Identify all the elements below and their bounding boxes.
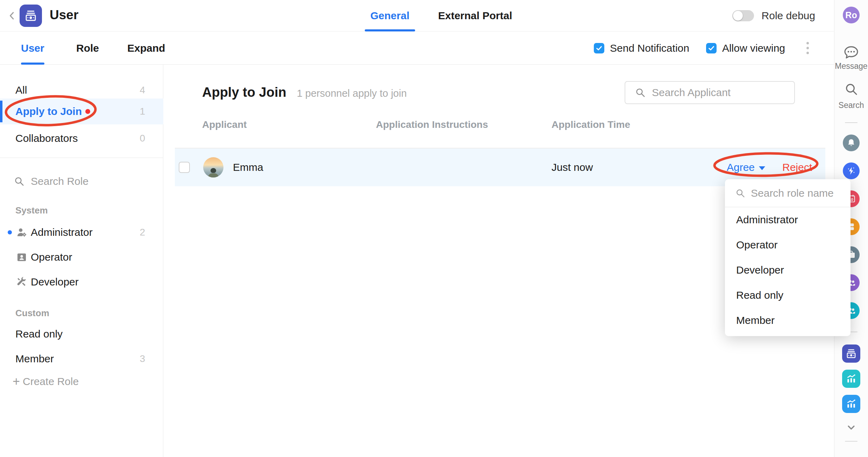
section-subtitle: 1 personnel apply to join xyxy=(297,88,407,99)
tab-role[interactable]: Role xyxy=(76,31,99,65)
page-title: User xyxy=(50,8,78,22)
dropdown-option-administrator[interactable]: Administrator xyxy=(725,207,851,232)
role-label: Member xyxy=(15,353,54,365)
more-options-button[interactable] xyxy=(801,38,814,59)
search-label: Search xyxy=(839,101,864,110)
sidebar-role-read-only[interactable]: Read only xyxy=(0,321,163,347)
sidebar-item-label: Collaborators xyxy=(15,132,78,144)
money-icon xyxy=(845,347,858,360)
bar-chart-icon xyxy=(845,372,858,385)
app-header: User General External Portal Role debug xyxy=(0,0,834,31)
item-count: 2 xyxy=(140,227,145,238)
role-debug-toggle[interactable] xyxy=(732,10,754,21)
divider xyxy=(845,122,858,123)
notifications-button[interactable] xyxy=(843,135,860,151)
toolbar-options: Send Notification Allow viewing xyxy=(594,31,814,65)
search-icon xyxy=(735,188,745,198)
flash-sparkles-icon xyxy=(846,166,856,176)
chart-teal-app-shortcut[interactable] xyxy=(842,370,860,388)
divider xyxy=(0,158,163,158)
reject-label: Reject xyxy=(782,161,812,173)
sidebar-role-operator[interactable]: Operator xyxy=(0,245,163,270)
unread-blue-dot xyxy=(8,230,12,234)
tab-expand[interactable]: Expand xyxy=(127,31,165,65)
app-screen: User General External Portal Role debug … xyxy=(0,0,868,457)
toggle-knob xyxy=(733,11,743,21)
send-notification-label: Send Notification xyxy=(610,42,689,54)
sidebar-role-developer[interactable]: Developer xyxy=(0,269,163,295)
agree-label: Agree xyxy=(727,161,755,173)
item-count: 3 xyxy=(140,353,145,364)
sidebar-item-collaborators[interactable]: Collaborators 0 xyxy=(0,126,163,151)
unread-dot xyxy=(85,109,90,114)
create-role-button[interactable]: + Create Role xyxy=(13,371,79,392)
message-button[interactable] xyxy=(844,45,859,61)
sidebar-item-label: All xyxy=(15,84,27,96)
sidebar-item-apply-to-join[interactable]: Apply to Join 1 xyxy=(0,99,163,124)
role-name-search-input[interactable] xyxy=(751,187,842,199)
tab-external-portal[interactable]: External Portal xyxy=(433,0,518,31)
custom-section-heading: Custom xyxy=(15,308,49,319)
dropdown-option-operator[interactable]: Operator xyxy=(725,232,851,257)
sidebar-role-member[interactable]: Member 3 xyxy=(0,346,163,371)
chart-blue-app-shortcut[interactable] xyxy=(842,395,860,413)
cash-app-shortcut[interactable] xyxy=(842,344,860,363)
sidebar-role-administrator[interactable]: Administrator 2 xyxy=(0,220,163,245)
search-icon xyxy=(14,176,24,187)
search-icon xyxy=(844,82,858,96)
admin-user-gear-icon xyxy=(16,226,28,238)
bar-chart-icon xyxy=(845,398,858,410)
role-search-input[interactable] xyxy=(31,175,143,187)
item-count: 1 xyxy=(140,106,145,117)
chevron-down-icon xyxy=(759,166,765,170)
global-search-button[interactable] xyxy=(844,82,858,97)
plus-icon: + xyxy=(13,374,20,389)
role-search xyxy=(0,172,163,191)
back-chevron-icon xyxy=(6,9,18,22)
sidebar: All 4 Apply to Join 1 Collaborators 0 Sy… xyxy=(0,65,163,457)
tab-general[interactable]: General xyxy=(365,0,415,31)
chevron-down-icon xyxy=(845,421,858,434)
role-name-search xyxy=(725,179,851,207)
expand-more-button[interactable] xyxy=(845,421,858,435)
row-checkbox[interactable] xyxy=(179,162,190,173)
money-icon xyxy=(23,8,38,23)
smart-assistant-button[interactable] xyxy=(843,162,860,179)
column-header-applicant: Applicant xyxy=(202,117,247,132)
dropdown-option-developer[interactable]: Developer xyxy=(725,257,851,283)
operator-contact-card-icon xyxy=(16,251,28,263)
allow-viewing-label: Allow viewing xyxy=(722,42,785,54)
role-label: Administrator xyxy=(31,226,93,238)
dropdown-option-member[interactable]: Member xyxy=(725,308,851,333)
user-avatar[interactable]: Ro xyxy=(843,7,860,23)
send-notification-checkbox[interactable] xyxy=(594,43,604,53)
sidebar-item-label: Apply to Join xyxy=(15,106,82,117)
dropdown-option-read-only[interactable]: Read only xyxy=(725,283,851,308)
role-select-dropdown: Administrator Operator Developer Read on… xyxy=(725,179,851,336)
check-icon xyxy=(707,44,715,52)
system-section-heading: System xyxy=(15,205,48,216)
column-header-instructions: Application Instructions xyxy=(376,117,488,132)
bell-icon xyxy=(846,138,856,148)
sub-toolbar: User Role Expand Send Notification Allow… xyxy=(0,31,834,65)
role-label: Developer xyxy=(31,276,79,288)
item-count: 0 xyxy=(140,133,145,144)
developer-tools-icon xyxy=(16,276,28,288)
applicant-name: Emma xyxy=(233,148,263,186)
avatar-silhouette xyxy=(208,173,219,177)
back-button[interactable] xyxy=(6,9,18,22)
header-right: Role debug xyxy=(732,0,815,31)
cash-app-icon[interactable] xyxy=(20,5,42,27)
divider xyxy=(845,441,858,442)
header-tabs: General External Portal xyxy=(365,0,518,31)
check-icon xyxy=(595,44,603,52)
applicant-search xyxy=(625,81,795,104)
role-debug-label: Role debug xyxy=(762,10,815,22)
application-time: Just now xyxy=(552,148,593,186)
role-label: Operator xyxy=(31,251,72,263)
role-label: Read only xyxy=(15,328,63,340)
column-header-time: Application Time xyxy=(552,117,630,132)
allow-viewing-checkbox[interactable] xyxy=(706,43,717,53)
tab-user[interactable]: User xyxy=(21,31,44,65)
applicant-search-input[interactable] xyxy=(652,87,785,99)
